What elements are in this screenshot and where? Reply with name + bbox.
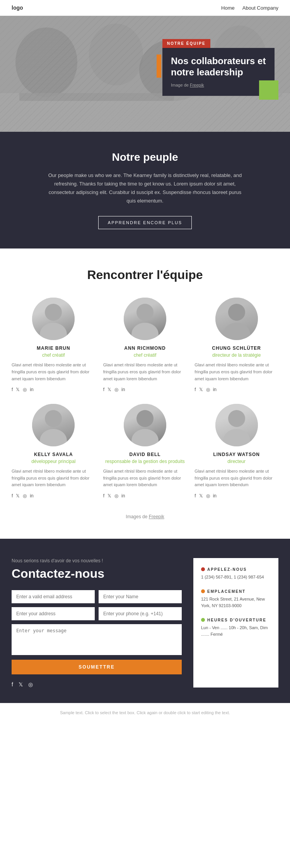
message-field[interactable]	[12, 624, 182, 655]
instagram-icon[interactable]: ◎	[114, 493, 118, 499]
orange-accent	[157, 54, 161, 78]
team-member-5: DAVID BELL responsable de la gestion des…	[103, 404, 187, 499]
member-photo-6	[215, 404, 258, 446]
submit-button[interactable]: SOUMETTRE	[12, 660, 182, 674]
linkedin-icon[interactable]: in	[213, 493, 217, 499]
facebook-icon[interactable]: f	[12, 493, 13, 499]
member-role-3: directeur de la stratégie	[194, 352, 278, 358]
member-desc-3: Glavi amet ritnisl libero molestie ante …	[194, 362, 278, 382]
instagram-icon[interactable]: ◎	[23, 493, 27, 499]
twitter-icon[interactable]: 𝕏	[199, 493, 203, 499]
member-social-1: f 𝕏 ◎ in	[12, 387, 96, 392]
twitter-icon[interactable]: 𝕏	[107, 493, 111, 499]
member-role-6: directeur	[194, 459, 278, 464]
nav-home[interactable]: Home	[221, 5, 235, 11]
contact-title: Contactez-nous	[12, 567, 182, 581]
member-role-1: chef créatif	[12, 352, 96, 358]
hero-tag: NOTRE ÉQUIPE	[162, 39, 210, 48]
twitter-icon[interactable]: 𝕏	[16, 493, 20, 499]
facebook-icon[interactable]: f	[12, 387, 13, 392]
svg-point-15	[40, 429, 67, 446]
facebook-icon[interactable]: f	[103, 387, 104, 392]
svg-point-10	[136, 304, 154, 321]
green-accent	[259, 80, 278, 100]
svg-rect-6	[19, 93, 174, 101]
team-member-4: KELLY SAVALA développeur principal Glavi…	[12, 404, 96, 499]
team-grid: MARIE BRUN chef créatif Glavi amet ritni…	[12, 298, 278, 499]
instagram-icon[interactable]: ◎	[206, 387, 210, 392]
twitter-icon[interactable]: 𝕏	[19, 681, 23, 688]
linkedin-icon[interactable]: in	[30, 387, 33, 392]
info-hours: HEURES D'OUVERTURE Lun - Ven ...... 10h …	[201, 618, 271, 638]
info-call: APPELEZ-NOUS 1 (234) 567-891, 1 (234) 98…	[201, 567, 271, 581]
member-photo-inner-2	[124, 298, 166, 340]
member-desc-2: Glavi amet ritnisl libero molestie ante …	[103, 362, 187, 382]
svg-point-8	[45, 304, 62, 321]
twitter-icon[interactable]: 𝕏	[16, 387, 20, 392]
hero-freepik-link[interactable]: Freepik	[190, 83, 204, 87]
linkedin-icon[interactable]: in	[121, 387, 125, 392]
facebook-icon[interactable]: f	[194, 387, 196, 392]
member-photo-1	[32, 298, 75, 340]
facebook-icon[interactable]: f	[12, 681, 13, 688]
member-photo-3	[215, 298, 258, 340]
member-desc-4: Glavi amet ritnisl libero molestie ante …	[12, 468, 96, 488]
info-call-label: APPELEZ-NOUS	[201, 567, 271, 572]
apprendre-button[interactable]: APPRENDRE ENCORE PLUS	[98, 216, 192, 229]
instagram-icon[interactable]: ◎	[206, 493, 210, 499]
footer-note: Sample text. Click to select the text bo…	[60, 710, 230, 715]
hero-section: NOTRE ÉQUIPE Nos collaborateurs et notre…	[0, 16, 290, 132]
member-role-4: développeur principal	[12, 459, 96, 464]
freepik-link[interactable]: Freepik	[149, 514, 164, 519]
form-row-2	[12, 607, 182, 620]
name-field[interactable]	[99, 590, 182, 603]
member-desc-1: Glavi amet ritnisl libero molestie ante …	[12, 362, 96, 382]
member-role-2: chef créatif	[103, 352, 187, 358]
member-name-6: LINDSAY WATSON	[194, 452, 278, 457]
member-name-4: KELLY SAVALA	[12, 452, 96, 457]
facebook-icon[interactable]: f	[103, 493, 104, 499]
member-social-3: f 𝕏 ◎ in	[194, 387, 278, 392]
facebook-icon[interactable]: f	[194, 493, 196, 499]
nav-about[interactable]: About Company	[242, 5, 278, 11]
svg-point-14	[45, 410, 62, 427]
info-hours-label: HEURES D'OUVERTURE	[201, 618, 271, 622]
member-photo-inner-1	[32, 298, 75, 340]
member-photo-inner-6	[215, 404, 258, 446]
twitter-icon[interactable]: 𝕏	[107, 387, 111, 392]
member-desc-5: Glavi amet ritnisl libero molestie ante …	[103, 468, 187, 488]
instagram-icon[interactable]: ◎	[114, 387, 118, 392]
phone-field[interactable]	[99, 607, 182, 620]
twitter-icon[interactable]: 𝕏	[199, 387, 203, 392]
member-photo-inner-5	[124, 404, 166, 446]
contact-tagline: Nous serions ravis d'avoir de vos nouvel…	[12, 558, 182, 563]
contact-info-area: APPELEZ-NOUS 1 (234) 567-891, 1 (234) 98…	[193, 558, 278, 688]
member-name-5: DAVID BELL	[103, 452, 187, 457]
hero-overlay: NOTRE ÉQUIPE Nos collaborateurs et notre…	[162, 39, 275, 96]
instagram-icon[interactable]: ◎	[28, 681, 33, 688]
hero-title: Nos collaborateurs et notre leadership	[171, 56, 266, 78]
email-field[interactable]	[12, 590, 95, 603]
member-photo-inner-4	[32, 404, 75, 446]
freepik-credit: Images de Freepik	[12, 514, 278, 519]
call-dot	[201, 567, 205, 571]
address-field[interactable]	[12, 607, 95, 620]
svg-point-16	[136, 410, 154, 427]
header: logo Home About Company	[0, 0, 290, 16]
linkedin-icon[interactable]: in	[121, 493, 125, 499]
svg-point-17	[131, 429, 159, 446]
linkedin-icon[interactable]: in	[30, 493, 33, 499]
svg-point-2	[89, 24, 143, 85]
svg-point-12	[228, 304, 245, 321]
rencontrer-section: Rencontrer l'équipe MARIE BRUN chef créa…	[0, 248, 290, 539]
member-name-3: CHUNG SCHLÜTER	[194, 345, 278, 351]
member-role-5: responsable de la gestion des produits	[103, 459, 187, 464]
info-hours-value: Lun - Ven ...... 10h - 20h, Sam, Dim ...…	[201, 625, 271, 638]
nav: Home About Company	[221, 5, 278, 11]
linkedin-icon[interactable]: in	[213, 387, 217, 392]
notre-peuple-title: Notre peuple	[12, 151, 278, 163]
contact-social: f 𝕏 ◎	[12, 681, 182, 688]
instagram-icon[interactable]: ◎	[23, 387, 27, 392]
svg-point-18	[228, 410, 245, 427]
footer: Sample text. Click to select the text bo…	[0, 703, 290, 722]
